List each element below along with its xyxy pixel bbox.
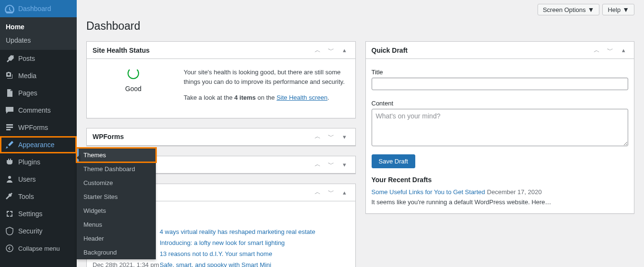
settings-icon [5,209,14,219]
submenu-home[interactable]: Home [0,20,77,34]
move-down-icon[interactable]: ﹀ [327,187,336,197]
post-link[interactable]: 13 reasons not to d.I.Y. Your smart home [160,250,272,257]
content-label: Content [372,96,629,107]
move-up-icon[interactable]: ︿ [313,132,323,141]
pin-icon [5,54,14,63]
site-health-widget: Site Health Status ︿ ﹀ ▴ Good [86,41,356,118]
draft-link[interactable]: Some Useful Links for You to Get Started [372,188,485,196]
sidebar-item-wpforms[interactable]: WPForms [0,119,77,136]
draft-excerpt: It seems like you're running a default W… [372,197,629,208]
widget-title: Site Health Status [93,46,150,54]
sidebar-label: WPForms [18,124,48,131]
sidebar-item-dashboard[interactable]: Dashboard [0,0,77,17]
toggle-icon[interactable]: ▴ [340,187,350,197]
user-icon [5,174,14,184]
sidebar-item-appearance[interactable]: Appearance [0,136,77,153]
sidebar-label: Media [18,72,36,80]
chevron-down-icon: ▼ [622,6,629,13]
svg-point-0 [6,245,13,252]
form-icon [5,123,14,132]
sidebar-label: Posts [18,55,35,62]
flyout-background[interactable]: Background [77,245,156,259]
page-title: Dashboard [86,15,634,35]
wrench-icon [5,192,14,201]
flyout-menus[interactable]: Menus [77,218,156,232]
sidebar-label: Dashboard [18,5,51,12]
media-icon [5,71,14,81]
shield-icon [5,226,14,236]
flyout-customize[interactable]: Customize [77,176,156,190]
sidebar-item-users[interactable]: Users [0,171,77,188]
sidebar-item-media[interactable]: Media [0,67,77,84]
health-cta: Take a look at the 4 items on the Site H… [184,93,350,103]
sidebar-label: Plugins [18,158,40,166]
post-link[interactable]: 4 ways virtual reality has reshaped mark… [160,228,315,235]
appearance-flyout: Themes Theme Dashboard Customize Starter… [77,148,156,259]
move-up-icon[interactable]: ︿ [313,187,323,197]
sidebar-item-plugins[interactable]: Plugins [0,153,77,171]
title-label: Title [372,65,629,76]
sidebar-item-tools[interactable]: Tools [0,188,77,205]
post-link[interactable]: Safe, smart, and spooky with Smart Mini [160,261,271,267]
sidebar-label: Users [18,175,36,183]
move-down-icon[interactable]: ﹀ [605,46,615,55]
admin-sidebar: Dashboard Home Updates Posts Media Pages… [0,0,77,267]
help-button[interactable]: Help ▼ [602,4,634,15]
quick-draft-widget: Quick Draft ︿ ﹀ ▴ Title Content Save Dra… [365,41,635,214]
site-health-link[interactable]: Site Health screen [277,94,328,101]
flyout-widgets[interactable]: Widgets [77,204,156,218]
widget-title: Quick Draft [372,46,408,54]
screen-options-button[interactable]: Screen Options ▼ [538,4,599,15]
sidebar-label: Tools [18,193,34,200]
move-up-icon[interactable]: ︿ [313,160,323,169]
main-content: Screen Options ▼ Help ▼ Dashboard Site H… [77,0,644,267]
collapse-icon [5,244,14,253]
flyout-theme-dashboard[interactable]: Theme Dashboard [77,162,156,176]
health-status: Good [93,85,174,93]
move-down-icon[interactable]: ﹀ [327,160,336,169]
wpforms-widget: WPForms ︿ ﹀ ▾ [86,128,356,146]
save-draft-button[interactable]: Save Draft [372,154,415,168]
comment-icon [5,105,14,115]
brush-icon [5,140,14,150]
sidebar-item-pages[interactable]: Pages [0,84,77,102]
plugin-icon [5,157,14,167]
health-desc: Your site's health is looking good, but … [184,68,350,86]
sidebar-item-comments[interactable]: Comments [0,102,77,119]
sidebar-label: Security [18,227,43,235]
chevron-down-icon: ▼ [588,6,595,13]
sidebar-label: Pages [18,89,37,97]
sidebar-item-security[interactable]: Security [0,222,77,240]
page-icon [5,88,14,98]
sidebar-label: Settings [18,210,43,218]
flyout-themes[interactable]: Themes [77,148,156,162]
widget-title: WPForms [93,133,124,140]
recent-drafts-title: Your Recent Drafts [372,176,629,184]
dashboard-icon [5,4,14,13]
toggle-icon[interactable]: ▾ [340,160,350,169]
health-spinner-icon [128,68,139,79]
dashboard-submenu: Home Updates [0,17,77,50]
move-down-icon[interactable]: ﹀ [327,132,336,141]
sidebar-item-settings[interactable]: Settings [0,205,77,222]
submenu-updates[interactable]: Updates [0,34,77,47]
sidebar-label: Appearance [18,141,55,149]
toggle-icon[interactable]: ▴ [340,46,350,55]
toggle-icon[interactable]: ▴ [619,46,628,55]
move-down-icon[interactable]: ﹀ [327,46,336,55]
sidebar-label: Comments [18,106,51,114]
collapse-menu[interactable]: Collapse menu [0,240,77,257]
flyout-starter-sites[interactable]: Starter Sites [77,190,156,204]
draft-content-input[interactable] [372,109,629,146]
flyout-header[interactable]: Header [77,232,156,245]
move-up-icon[interactable]: ︿ [592,46,601,55]
move-up-icon[interactable]: ︿ [313,46,323,55]
sidebar-item-posts[interactable]: Posts [0,50,77,67]
draft-item: Some Useful Links for You to Get Started… [372,187,629,208]
draft-title-input[interactable] [372,78,629,90]
post-item: Dec 28th 2021, 1:34 pmSafe, smart, and s… [93,259,350,267]
collapse-label: Collapse menu [18,245,60,252]
post-link[interactable]: Introducing: a lofty new look for smart … [160,239,285,246]
toggle-icon[interactable]: ▾ [340,132,350,141]
